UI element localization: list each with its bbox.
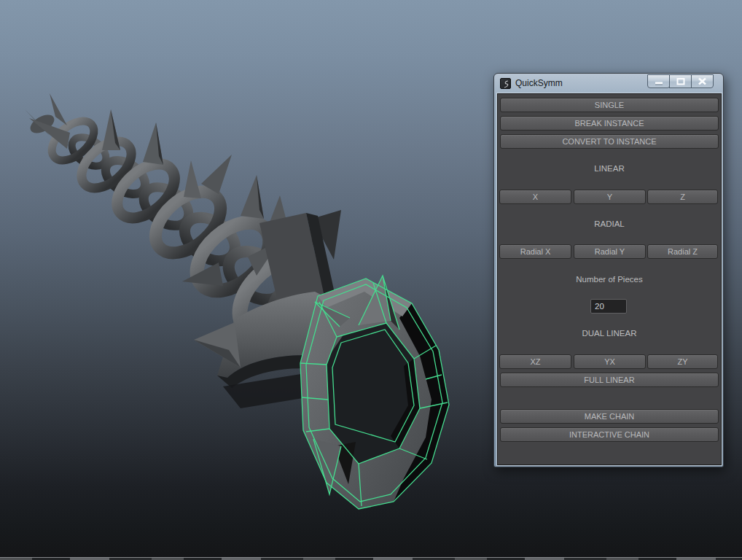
break-instance-button[interactable]: BREAK INSTANCE	[500, 116, 719, 131]
interactive-chain-button[interactable]: INTERACTIVE CHAIN	[500, 427, 719, 442]
linear-label: LINEAR	[498, 164, 721, 173]
minimize-icon	[655, 78, 663, 85]
linear-y-button[interactable]: Y	[574, 190, 646, 204]
make-chain-button[interactable]: MAKE CHAIN	[500, 409, 719, 424]
dual-zy-button[interactable]: ZY	[647, 354, 718, 369]
radial-x-button[interactable]: Radial X	[499, 244, 571, 259]
caption-buttons	[648, 74, 714, 88]
maximize-button[interactable]	[669, 74, 692, 88]
dual-yx-button[interactable]: YX	[574, 354, 646, 369]
single-button[interactable]: SINGLE	[500, 98, 719, 112]
close-icon	[698, 77, 707, 85]
quicksymm-panel: SINGLE BREAK INSTANCE CONVERT TO INSTANC…	[497, 93, 722, 465]
dual-linear-label: DUAL LINEAR	[498, 329, 721, 338]
convert-to-instance-button[interactable]: CONVERT TO INSTANCE	[500, 134, 719, 149]
window-title: QuickSymm	[515, 78, 563, 88]
app-icon	[500, 78, 511, 89]
grid-horizon-line	[0, 557, 742, 560]
minimize-button[interactable]	[647, 74, 670, 88]
titlebar[interactable]: QuickSymm	[494, 74, 723, 93]
radial-label: RADIAL	[498, 219, 721, 228]
pieces-input[interactable]	[590, 299, 627, 314]
full-linear-button[interactable]: FULL LINEAR	[500, 373, 719, 387]
linear-x-button[interactable]: X	[499, 190, 571, 204]
pieces-label: Number of Pieces	[498, 275, 721, 284]
radial-y-button[interactable]: Radial Y	[574, 244, 646, 259]
quicksymm-window: QuickSymm SINGLE BREAK INSTANCE CONVERT …	[493, 73, 724, 467]
dual-xz-button[interactable]: XZ	[499, 354, 571, 369]
close-button[interactable]	[691, 74, 714, 88]
maximize-icon	[676, 77, 685, 85]
radial-z-button[interactable]: Radial Z	[647, 244, 718, 259]
linear-z-button[interactable]: Z	[647, 190, 718, 204]
